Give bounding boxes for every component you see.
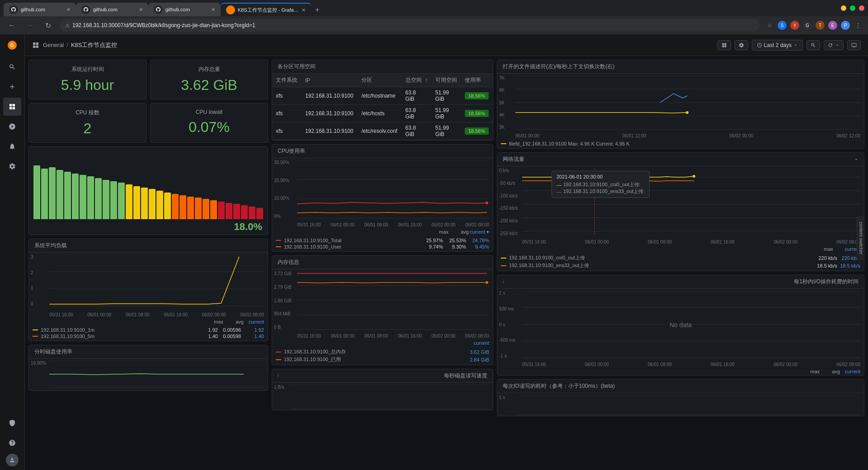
td-partition-2: /etc/hosts	[358, 105, 401, 122]
minimize-button[interactable]	[841, 5, 846, 11]
new-tab-button[interactable]: +	[311, 4, 324, 16]
memory-title: 内存信息	[278, 258, 299, 266]
sidebar-item-create[interactable]	[3, 78, 21, 96]
gauge-bar	[110, 181, 117, 219]
zoom-out-button[interactable]	[807, 40, 820, 50]
files-legend-color	[501, 143, 506, 144]
top-bar-actions: Last 2 days	[717, 40, 861, 51]
cpu-usage-header: CPU使用率	[272, 145, 493, 158]
load-x-2: 06/01 00:00	[87, 312, 111, 317]
th-usage[interactable]: 使用率	[461, 74, 493, 87]
files-panel: 打开的文件描述符(左)/每秒上下文切换次数(右) 7K 6K 5K 4K 3K	[497, 60, 864, 149]
breadcrumb-general[interactable]: General	[43, 42, 64, 48]
shield-icon[interactable]: S	[778, 21, 787, 30]
bookmark-icon[interactable]: ☆	[765, 21, 774, 30]
load-legend-5m-current: 1.40	[244, 334, 264, 339]
extension-icon-3[interactable]: T	[816, 21, 825, 30]
back-button[interactable]: ←	[5, 19, 18, 32]
files-y-labels: 7K 6K 5K 4K 3K	[499, 75, 505, 130]
memory-panel: 内存总量 3.62 GiB	[150, 60, 268, 99]
gauge-bar	[156, 191, 163, 219]
load-legend-5m-avg: 0.00598	[221, 334, 241, 339]
extension-icon-1[interactable]: Y	[790, 21, 799, 30]
network-y-labels: 0 b/s -50 kb/s -100 kb/s -150 kb/s -200 …	[499, 168, 518, 236]
th-total[interactable]: 总空间 ↑	[402, 74, 432, 87]
right-panel-collapse[interactable]: content switcher	[857, 216, 865, 260]
load-x-labels: 05/31 16:00 06/01 00:00 06/01 08:00 06/0…	[29, 311, 268, 318]
io-time-title: 每1秒内I/O操作耗费的时间	[794, 278, 859, 286]
th-partition[interactable]: 分区	[358, 74, 401, 87]
tab-github-3[interactable]: github.com ✕	[148, 3, 221, 16]
load-x-4: 06/01 16:00	[164, 312, 188, 317]
tv-mode-button[interactable]	[847, 40, 861, 50]
gauge-bar	[33, 165, 40, 219]
td-fs-1: xfs	[272, 87, 302, 105]
menu-icon[interactable]: ⋮	[854, 21, 863, 30]
tab-close-3[interactable]: ✕	[211, 7, 215, 13]
sidebar-item-help[interactable]	[3, 434, 21, 452]
address-bar[interactable]: ⚠ 192.168.31.10:30007/d/9CWBz0blk/k8sgon…	[60, 19, 760, 32]
tab-grafana[interactable]: K8S工作节点监控 - Grafana ✕	[221, 3, 311, 16]
extension-icon-4[interactable]: E	[828, 21, 837, 30]
user-avatar[interactable]	[6, 454, 19, 466]
load-chart-title: 系统平均负载	[34, 242, 67, 249]
uptime-value: 5.9 hour	[34, 77, 141, 94]
time-range-button[interactable]: Last 2 days	[752, 40, 803, 51]
svg-text:G: G	[10, 43, 14, 48]
load-x-5: 06/02 00:00	[202, 312, 226, 317]
th-filesystem[interactable]: 文件系统	[272, 74, 302, 87]
time-range-label: Last 2 days	[764, 42, 792, 48]
column-mid: 各分区可用空间 文件系统 IP 分区 总空间 ↑	[272, 60, 493, 416]
tooltip-label2: 192.168.31.10:9100_ens33_out上传:	[563, 188, 645, 195]
network-legend-cni0-max: 220 kb/s	[817, 255, 837, 261]
td-partition-3: /etc/resolv.conf	[358, 122, 401, 140]
sidebar-item-config[interactable]	[3, 157, 21, 175]
grafana-logo[interactable]: G	[5, 38, 19, 52]
gauge-bar	[203, 199, 209, 219]
sidebar-item-shield[interactable]	[3, 414, 21, 432]
sidebar-item-dashboards[interactable]	[3, 98, 21, 116]
forward-button[interactable]: →	[24, 19, 36, 32]
th-available[interactable]: 可用空间	[432, 74, 461, 87]
table-row: xfs 192.168.31.10:9100 /etc/hosts 63.8Gi…	[272, 105, 493, 122]
td-available-1: 51.99GiB	[432, 87, 461, 105]
add-panel-button[interactable]	[717, 40, 731, 50]
disk-rw-header: i 每秒磁盘读写速度	[272, 369, 493, 383]
tab-github-1[interactable]: github.com ✕	[4, 3, 76, 16]
memory-legend-used-color	[276, 359, 281, 360]
close-button[interactable]	[859, 5, 864, 11]
load-chart-header: 系统平均负载	[29, 239, 268, 253]
tab-github-2[interactable]: github.com ✕	[76, 3, 148, 16]
load-x-6: 06/02 08:00	[240, 312, 264, 317]
cpu-legend-user-avg: 9.30%	[446, 244, 466, 249]
extension-icon-2[interactable]: G	[803, 21, 812, 30]
dashboard-settings-button[interactable]	[735, 40, 748, 50]
tab-close-2[interactable]: ✕	[139, 7, 143, 13]
sidebar-item-search[interactable]	[3, 58, 21, 76]
memory-legend-used-label: 192.168.31.10:9100_已用	[284, 356, 466, 363]
refresh-button[interactable]	[824, 40, 844, 50]
cpu-legend: 192.168.31.10:9100_Total 25.97% 25.53% 2…	[272, 236, 493, 251]
profile-icon[interactable]: P	[841, 21, 850, 30]
cpu-usage-svg	[297, 160, 489, 219]
cpu-legend-total-avg: 25.53%	[446, 238, 466, 243]
svg-point-12	[486, 202, 488, 204]
network-dropdown-icon[interactable]	[854, 157, 859, 162]
gauge-bar	[195, 197, 202, 219]
browser-actions: ☆ S Y G T E P ⋮	[765, 21, 863, 30]
th-ip[interactable]: IP	[302, 74, 358, 87]
sidebar-item-explore[interactable]	[3, 118, 21, 136]
disk-rw-panel: i 每秒磁盘读写速度 1 B/s	[272, 369, 493, 410]
sidebar: G	[0, 34, 25, 470]
io-read-area: 1 s	[497, 393, 864, 416]
network-title: 网络流量	[503, 155, 524, 163]
io-time-legend-header: max avg current	[497, 368, 864, 375]
memory-legend-header: current	[272, 339, 493, 347]
load-legend-5m-label: 192.168.31.10:9100_5m	[41, 334, 195, 339]
tab-close-1[interactable]: ✕	[66, 7, 71, 13]
maximize-button[interactable]	[850, 5, 855, 11]
sidebar-item-alerting[interactable]	[3, 137, 21, 155]
refresh-button[interactable]: ↻	[42, 19, 54, 32]
stat-row-1: 系统运行时间 5.9 hour 内存总量 3.62 GiB	[28, 60, 268, 99]
tab-close-4[interactable]: ✕	[302, 7, 306, 13]
